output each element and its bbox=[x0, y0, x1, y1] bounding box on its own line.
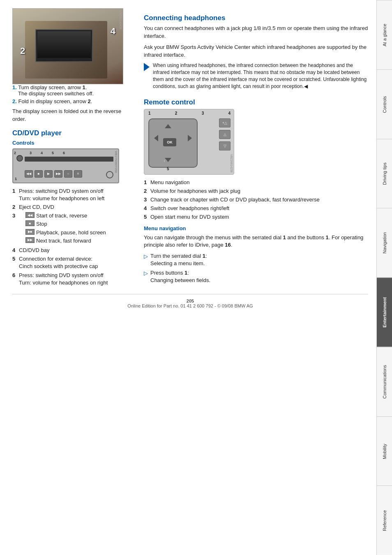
step-1-subtext: The display screen switches off. bbox=[18, 90, 136, 97]
rc-ok-button: OK bbox=[163, 138, 176, 146]
rc-btn-delta: △ bbox=[219, 130, 231, 139]
rc-watermark: VBZ26814256 bbox=[230, 154, 233, 173]
cd-player-labels: 3 4 5 6 bbox=[30, 151, 65, 155]
remote-top-labels: 1 2 3 4 bbox=[148, 111, 231, 116]
step-1-number: 1. bbox=[12, 84, 17, 90]
cd-buttons: ◀◀ ■ ▶ ▶▶ ○ ≡ bbox=[25, 170, 82, 178]
top-section: 2 4 VWT60140456 1. Turn display screen, … bbox=[12, 8, 368, 290]
arrow-item-2: ▷ Press buttons 1:Changing between field… bbox=[144, 269, 368, 284]
sidebar-tab-controls[interactable]: Controls bbox=[377, 69, 392, 139]
rc-dpad-left-icon bbox=[154, 135, 158, 141]
rc-dpad-right-icon bbox=[188, 135, 192, 141]
main-content: 2 4 VWT60140456 1. Turn display screen, … bbox=[0, 0, 376, 319]
headphones-section-title: Connecting headphones bbox=[144, 14, 368, 22]
image-inner: 2 4 VWT60140456 bbox=[13, 9, 123, 84]
cd-dvd-section-title: CD/DVD player bbox=[12, 129, 136, 137]
cd-item-5: 5 Connection for external device:Cinch s… bbox=[12, 255, 136, 270]
footer: 205 Online Edition for Part no. 01 41 2 … bbox=[12, 294, 368, 311]
cd-watermark: WB1YN060Y05A bbox=[115, 151, 118, 173]
right-column: Connecting headphones You can connect he… bbox=[144, 8, 368, 290]
cd-item-6: 6 Press: switching DVD system on/offTurn… bbox=[12, 272, 136, 287]
cd-sub-ff: ▶▶ Next track, fast forward bbox=[25, 237, 136, 245]
cd-slot bbox=[25, 157, 113, 162]
left-column: 2 4 VWT60140456 1. Turn display screen, … bbox=[12, 8, 136, 290]
cd-item-3: 3 ◀◀ Start of track, reverse ■ Stop ▶■ P bbox=[12, 212, 136, 245]
rc-btn-plus: +△ bbox=[219, 118, 231, 127]
remote-item-1: 1 Menu navigation bbox=[144, 179, 368, 186]
remote-body: OK I bbox=[148, 118, 198, 168]
cd-bottom-label: 1 bbox=[15, 177, 17, 181]
headphones-body-2: Ask your BMW Sports Activity Vehicle Cen… bbox=[144, 44, 368, 59]
rc-dpad-up-icon bbox=[165, 124, 171, 128]
btn-extra2: ≡ bbox=[74, 170, 82, 178]
sidebar-tab-mobility[interactable]: Mobility bbox=[377, 416, 392, 486]
step-1-text: Turn display screen, arrow 1. bbox=[18, 84, 87, 90]
cd-items-list: 1 Press: switching DVD system on/offTurn… bbox=[12, 187, 136, 287]
icon-ff: ▶▶ bbox=[25, 237, 35, 243]
remote-item-3: 3 Change track or chapter with CD or DVD… bbox=[144, 196, 368, 204]
remote-control-title: Remote control bbox=[144, 98, 368, 106]
cd-item-1: 1 Press: switching DVD system on/offTurn… bbox=[12, 187, 136, 202]
step-1: 1. Turn display screen, arrow 1. The dis… bbox=[12, 84, 136, 97]
reverse-order-text: The display screen is folded out in the … bbox=[12, 108, 136, 123]
icon-reverse: ◀◀ bbox=[25, 212, 35, 218]
rc-side-buttons: +△ △ ▽ bbox=[219, 118, 231, 153]
cd-item-4: 4 CD/DVD bay bbox=[12, 247, 136, 254]
page-number: 205 bbox=[187, 298, 194, 303]
cd-circle-btn bbox=[106, 171, 113, 178]
sidebar-tab-reference[interactable]: Reference bbox=[377, 486, 392, 555]
remote-item-5: 5 Open start menu for DVD system bbox=[144, 213, 368, 221]
btn-prev: ◀◀ bbox=[25, 170, 33, 178]
cd-knob bbox=[16, 155, 23, 162]
icon-stop: ■ bbox=[25, 220, 35, 226]
remote-item-2: 2 Volume for headphones with jack plug bbox=[144, 187, 368, 195]
arrow-item-1: ▷ Turn the serrated dial 1:Selecting a m… bbox=[144, 252, 368, 267]
cd-player-image: 3 4 5 6 2 ◀◀ ■ ▶ ▶▶ ○ ≡ 1 bbox=[12, 148, 119, 183]
rc-i-label: I bbox=[164, 159, 165, 163]
step-2-number: 2. bbox=[12, 98, 17, 104]
cd-item-2: 2 Eject CD, DVD bbox=[12, 204, 136, 211]
cd-sub-stop: ■ Stop bbox=[25, 220, 136, 228]
btn-play: ▶ bbox=[44, 170, 53, 178]
display-screen-image: 2 4 VWT60140456 bbox=[12, 8, 123, 84]
sidebar-tab-entertainment[interactable]: Entertainment bbox=[377, 278, 392, 347]
sidebar-tab-driving-tips[interactable]: Driving tips bbox=[377, 139, 392, 208]
btn-next: ▶▶ bbox=[54, 170, 62, 178]
infrared-note: When using infrared headphones, the infr… bbox=[144, 62, 368, 90]
remote-items-list: 1 Menu navigation 2 Volume for headphone… bbox=[144, 179, 368, 221]
step-2-text: Fold in display screen, arrow 2. bbox=[18, 98, 92, 104]
icon-play: ▶■ bbox=[25, 229, 35, 235]
rc-dpad-down-icon bbox=[165, 158, 171, 162]
controls-subtitle: Controls bbox=[12, 140, 136, 146]
cd-sub-play: ▶■ Playback, pause, hold screen bbox=[25, 229, 136, 236]
arrow-icon-2: ▷ bbox=[144, 270, 148, 284]
arrow-icon-1: ▷ bbox=[144, 253, 148, 267]
remote-control-image: 1 2 3 4 OK I +△ △ ▽ 5 bbox=[144, 109, 234, 175]
image-watermark: VWT60140456 bbox=[119, 10, 122, 30]
rc-btn-nabla: ▽ bbox=[219, 141, 231, 150]
rc-bottom-label: 5 bbox=[167, 166, 169, 171]
footer-text: Online Edition for Part no. 01 41 2 600 … bbox=[127, 303, 253, 308]
sidebar-tab-at-a-glance[interactable]: At a glance bbox=[377, 0, 392, 69]
sidebar-tab-navigation[interactable]: Navigation bbox=[377, 208, 392, 278]
step-2: 2. Fold in display screen, arrow 2. bbox=[12, 98, 136, 104]
arrow-instructions: ▷ Turn the serrated dial 1:Selecting a m… bbox=[144, 252, 368, 284]
sidebar-tab-communications[interactable]: Communications bbox=[377, 347, 392, 416]
sidebar-tabs: At a glance Controls Driving tips Naviga… bbox=[376, 0, 392, 555]
btn-extra: ○ bbox=[64, 170, 72, 178]
menu-nav-subtitle: Menu navigation bbox=[144, 225, 368, 231]
cd-sub-reverse: ◀◀ Start of track, reverse bbox=[25, 212, 136, 220]
note-text: When using infrared headphones, the infr… bbox=[153, 62, 368, 90]
cd-left-label: 2 bbox=[14, 151, 16, 155]
remote-item-4: 4 Switch over headphones right/left bbox=[144, 205, 368, 212]
headphones-body-1: You can connect headphones with a jack p… bbox=[144, 25, 368, 40]
menu-nav-body: You can navigate through the menus with … bbox=[144, 234, 368, 250]
btn-stop: ■ bbox=[35, 170, 43, 178]
note-triangle-icon bbox=[144, 63, 150, 71]
